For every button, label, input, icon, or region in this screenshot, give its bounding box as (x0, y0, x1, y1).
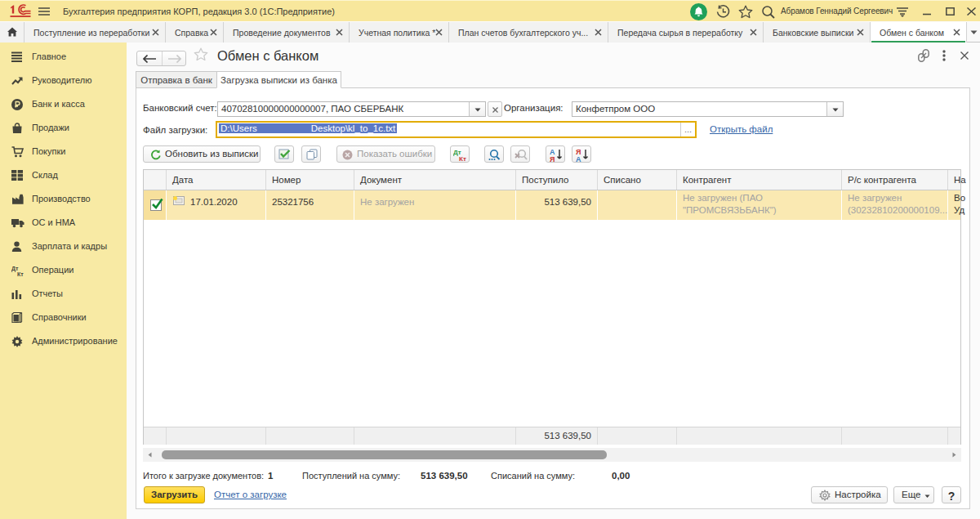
svg-text:Кт: Кт (459, 155, 466, 162)
svg-text:Кт: Кт (17, 271, 24, 276)
svg-text:Я: Я (550, 155, 555, 163)
svg-text:А: А (576, 155, 581, 163)
